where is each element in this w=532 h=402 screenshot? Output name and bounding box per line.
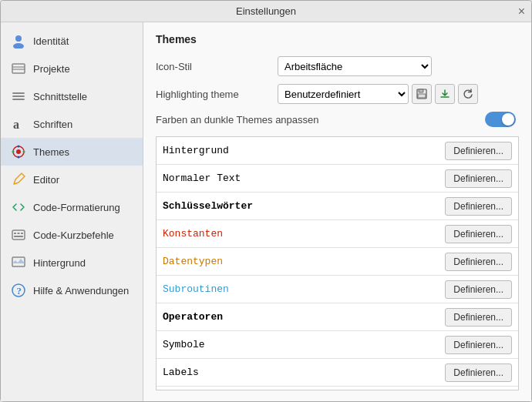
sidebar-label-projekte: Projekte <box>33 63 70 75</box>
schriften-icon: a <box>10 116 27 132</box>
icon-stil-select[interactable]: ArbeitsflächeClassicModern <box>278 56 432 76</box>
color-row: SymboleDefinieren... <box>157 331 518 359</box>
svg-point-13 <box>12 151 15 153</box>
svg-rect-18 <box>21 233 23 234</box>
code-kurzbefehle-icon <box>10 226 27 243</box>
sidebar-item-hintergrund[interactable]: Hintergrund <box>1 249 143 276</box>
sidebar-item-editor[interactable]: Editor <box>1 166 143 193</box>
svg-point-1 <box>13 43 24 49</box>
code-formatierung-icon <box>10 199 27 216</box>
highlighting-select[interactable]: BenutzerdefiniertDefaultDarkLight <box>278 84 409 104</box>
color-row: SubroutinenDefinieren... <box>157 276 518 303</box>
color-name-label: Datentypen <box>163 256 445 267</box>
editor-icon <box>10 171 27 188</box>
window-title: Einstellungen <box>236 5 296 17</box>
svg-rect-24 <box>419 89 423 92</box>
sidebar-label-code-formatierung: Code-Formatierung <box>33 202 120 213</box>
sidebar-label-hintergrund: Hintergrund <box>33 257 86 269</box>
sidebar: IdentitätProjekteSchnittstelleaSchriften… <box>1 22 143 401</box>
color-row: Normaler TextDefinieren... <box>157 165 518 193</box>
color-row: DatentypenDefinieren... <box>157 248 518 276</box>
svg-rect-15 <box>12 230 25 240</box>
icon-stil-row: Icon-Stil ArbeitsflächeClassicModern <box>156 56 519 76</box>
sidebar-item-code-kurzbefehle[interactable]: Code-Kurzbefehle <box>1 221 143 249</box>
close-button[interactable]: × <box>518 5 525 18</box>
definieren-button[interactable]: Definieren... <box>445 308 512 327</box>
panel-title: Themes <box>156 33 519 45</box>
sidebar-label-editor: Editor <box>33 174 59 186</box>
download-theme-button[interactable] <box>435 84 455 104</box>
color-name-label: Hintergrund <box>163 145 445 156</box>
icon-stil-controls: ArbeitsflächeClassicModern <box>278 56 519 76</box>
definieren-button[interactable]: Definieren... <box>445 169 512 188</box>
hilfe-icon: ? <box>10 282 27 299</box>
dark-themes-label: Farben an dunkle Themes anpassen <box>156 114 485 126</box>
dark-themes-toggle[interactable] <box>485 112 516 127</box>
projekte-icon <box>10 60 27 77</box>
definieren-button[interactable]: Definieren... <box>445 363 512 382</box>
content-area: IdentitätProjekteSchnittstelleaSchriften… <box>1 22 531 401</box>
svg-point-11 <box>18 146 20 148</box>
definieren-button[interactable]: Definieren... <box>445 280 512 299</box>
color-row: ZahlenDefinieren... <box>157 387 518 390</box>
themes-icon <box>10 143 27 160</box>
sidebar-label-code-kurzbefehle: Code-Kurzbefehle <box>33 229 114 241</box>
identitaet-icon <box>10 32 27 49</box>
sidebar-item-schriften[interactable]: aSchriften <box>1 110 143 138</box>
color-row: KonstantenDefinieren... <box>157 220 518 248</box>
definieren-button[interactable]: Definieren... <box>445 336 512 354</box>
sidebar-item-hilfe[interactable]: ?Hilfe & Anwendungen <box>1 276 143 304</box>
color-list: HintergrundDefinieren...Normaler TextDef… <box>156 136 519 390</box>
definieren-button[interactable]: Definieren... <box>445 253 512 271</box>
svg-point-9 <box>16 149 21 154</box>
color-name-label: Normaler Text <box>163 173 445 184</box>
hintergrund-icon <box>10 254 27 271</box>
svg-rect-17 <box>18 233 20 234</box>
svg-point-14 <box>23 151 25 153</box>
color-row: LabelsDefinieren... <box>157 359 518 387</box>
reset-theme-button[interactable] <box>458 84 478 104</box>
sidebar-item-schnittstelle[interactable]: Schnittstelle <box>1 82 143 110</box>
color-row: SchlüsselwörterDefinieren... <box>157 193 518 220</box>
color-name-label: Konstanten <box>163 228 445 240</box>
sidebar-label-schnittstelle: Schnittstelle <box>33 91 87 102</box>
color-name-label: Schlüsselwörter <box>163 200 445 212</box>
svg-rect-25 <box>418 94 426 98</box>
svg-rect-19 <box>14 236 23 237</box>
highlighting-controls: BenutzerdefiniertDefaultDarkLight <box>278 84 519 104</box>
color-row: HintergrundDefinieren... <box>157 137 518 165</box>
save-theme-button[interactable] <box>412 84 432 104</box>
titlebar: Einstellungen × <box>1 1 531 22</box>
sidebar-label-schriften: Schriften <box>33 119 72 130</box>
toggle-knob <box>502 113 514 126</box>
sidebar-item-code-formatierung[interactable]: Code-Formatierung <box>1 193 143 221</box>
dark-themes-row: Farben an dunkle Themes anpassen <box>156 112 519 127</box>
svg-text:a: a <box>13 118 19 131</box>
definieren-button[interactable]: Definieren... <box>445 142 512 160</box>
svg-text:?: ? <box>17 285 22 296</box>
sidebar-label-identitaet: Identität <box>33 35 69 47</box>
color-row: OperatorenDefinieren... <box>157 303 518 331</box>
svg-point-12 <box>18 156 20 159</box>
sidebar-item-themes[interactable]: Themes <box>1 138 143 166</box>
highlighting-label: Highlighting theme <box>156 89 271 100</box>
definieren-button[interactable]: Definieren... <box>445 225 512 243</box>
color-name-label: Operatoren <box>163 311 445 323</box>
svg-point-0 <box>15 35 22 42</box>
definieren-button[interactable]: Definieren... <box>445 197 512 216</box>
svg-rect-16 <box>14 233 16 234</box>
settings-window: Einstellungen × IdentitätProjekteSchnitt… <box>0 0 532 402</box>
icon-stil-label: Icon-Stil <box>156 61 271 72</box>
sidebar-label-themes: Themes <box>33 146 69 158</box>
schnittstelle-icon <box>10 88 27 105</box>
main-panel: Themes Icon-Stil ArbeitsflächeClassicMod… <box>143 22 531 401</box>
color-name-label: Subroutinen <box>163 283 445 295</box>
sidebar-item-identitaet[interactable]: Identität <box>1 27 143 55</box>
sidebar-label-hilfe: Hilfe & Anwendungen <box>33 285 129 296</box>
sidebar-item-projekte[interactable]: Projekte <box>1 55 143 82</box>
svg-rect-2 <box>12 64 25 73</box>
color-name-label: Symbole <box>163 339 445 350</box>
color-name-label: Labels <box>163 367 445 378</box>
highlighting-row: Highlighting theme BenutzerdefiniertDefa… <box>156 84 519 104</box>
